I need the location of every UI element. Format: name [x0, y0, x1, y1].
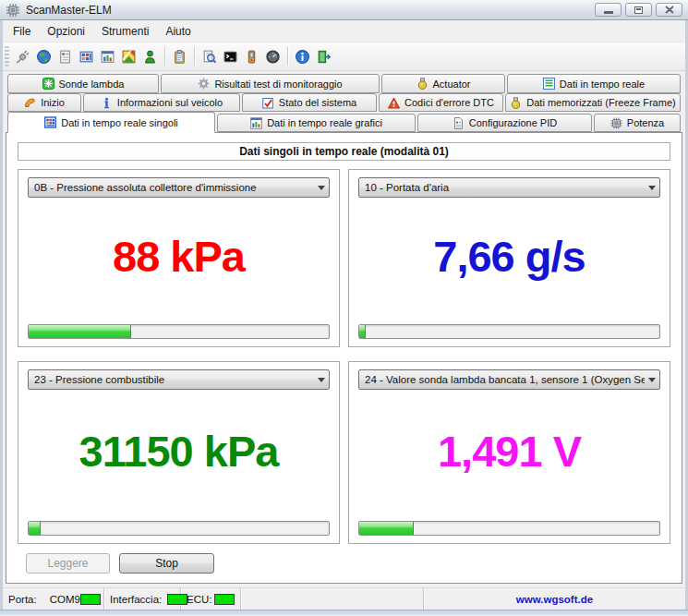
- toolbar: [3, 42, 685, 71]
- pid-select-2-value: 10 - Portata d'aria: [365, 182, 645, 193]
- menu-opzioni[interactable]: Opzioni: [39, 22, 93, 41]
- connect-icon: [15, 49, 30, 65]
- title-bar: ScanMaster-ELM: [0, 0, 688, 20]
- chevron-down-icon[interactable]: [314, 186, 329, 190]
- tab-dati-tempo-reale-singoli[interactable]: Dati in tempo reale singoli: [7, 112, 215, 133]
- tab-label: Potenza: [627, 117, 664, 128]
- tab-dati-tempo-reale[interactable]: Dati in tempo reale: [507, 74, 681, 93]
- connect-button[interactable]: [12, 45, 33, 67]
- read-button[interactable]: Leggere: [26, 553, 110, 574]
- clipboard-button[interactable]: [169, 45, 190, 67]
- clipboard-icon: [172, 49, 187, 65]
- user-button[interactable]: [139, 45, 161, 67]
- wgsoft-link[interactable]: www.wgsoft.de: [516, 594, 593, 605]
- tab-label: Dati in tempo reale: [560, 79, 645, 90]
- tab-label: Codici d'errore DTC: [404, 97, 494, 108]
- porta-label: Porta:: [8, 594, 37, 605]
- gear-icon: [198, 78, 210, 90]
- exit-button[interactable]: [313, 45, 334, 67]
- menu-bar: File Opzioni Strumenti Aiuto: [3, 20, 685, 42]
- chevron-down-icon[interactable]: [645, 378, 659, 382]
- pid-value-3: 31150 kPa: [18, 393, 339, 508]
- tab-codici-errore-dtc[interactable]: Codici d'errore DTC: [379, 93, 503, 112]
- system-status-icon: [262, 97, 274, 109]
- window-title: ScanMaster-ELM: [26, 4, 112, 17]
- toolbar-grip[interactable]: [5, 46, 9, 66]
- gauge-button[interactable]: [262, 45, 284, 67]
- globe-icon: [36, 49, 52, 65]
- search-document-button[interactable]: [199, 45, 220, 67]
- pid-panel-3: 23 - Pressione combustibile 31150 kPa: [18, 361, 340, 544]
- app-window: ScanMaster-ELM File Opzioni Strumenti Ai…: [0, 0, 688, 616]
- ecu-label: ECU:: [187, 594, 211, 605]
- vehicle-info-icon: [101, 97, 113, 109]
- pid-select-3[interactable]: 23 - Pressione combustibile: [28, 369, 330, 390]
- pid-select-4[interactable]: 24 - Valore sonda lambda bancata 1, sens…: [358, 369, 660, 390]
- pid-panel-2: 10 - Portata d'aria 7,66 g/s: [348, 169, 670, 347]
- tab-page-dati-singoli: Dati singoli in tempo reale (modalità 01…: [6, 132, 682, 584]
- status-empty-section: [241, 588, 424, 610]
- tab-label: Actuator: [433, 79, 471, 90]
- interface-device-icon: [244, 49, 260, 65]
- pid-select-1[interactable]: 0B - Pressione assoluta collettore d'imm…: [28, 177, 330, 198]
- interface-device-button[interactable]: [241, 45, 262, 67]
- info-button[interactable]: [292, 45, 313, 67]
- stop-button[interactable]: Stop: [119, 553, 214, 574]
- status-porta: Porta: COM9: [3, 588, 104, 610]
- toolbar-separator: [287, 47, 288, 66]
- tab-risultati-test[interactable]: Risultati test di monitoraggio: [161, 74, 380, 93]
- pid-select-2[interactable]: 10 - Portata d'aria: [358, 177, 660, 198]
- chip-icon: [610, 117, 622, 129]
- pid-progressbar-1: [28, 324, 330, 339]
- page-title: Dati singoli in tempo reale (modalità 01…: [18, 142, 670, 161]
- interfaccia-label: Interfaccia:: [110, 594, 162, 605]
- realtime-list-icon: [543, 78, 555, 90]
- tab-inizio[interactable]: Inizio: [7, 93, 81, 112]
- tab-row-2: Inizio Informazioni sul veicolo Stato de…: [7, 93, 682, 112]
- restore-button[interactable]: [625, 3, 652, 17]
- tab-informazioni-veicolo[interactable]: Informazioni sul veicolo: [83, 93, 240, 112]
- restore-icon: [634, 6, 643, 14]
- minimize-button[interactable]: [595, 3, 622, 17]
- status-ecu: ECU:: [181, 588, 241, 610]
- terminal-button[interactable]: [220, 45, 241, 67]
- pid-progressbar-2: [358, 324, 660, 339]
- tab-configurazione-pid[interactable]: Configurazione PID: [417, 114, 592, 132]
- tab-dati-memorizzati[interactable]: Dati memorizzati (Freeze Frame): [505, 93, 681, 112]
- report-icon: [57, 49, 73, 65]
- grid-data-button[interactable]: [76, 45, 97, 67]
- lambda-sensor-icon: [42, 78, 54, 90]
- tab-actuator[interactable]: Actuator: [381, 74, 505, 93]
- tab-stato-sistema[interactable]: Stato del sistema: [242, 93, 377, 112]
- pid-panel-4: 24 - Valore sonda lambda bancata 1, sens…: [348, 361, 670, 544]
- graph-image-button[interactable]: [118, 45, 139, 67]
- tab-sonde-lambda[interactable]: Sonde lambda: [7, 74, 159, 93]
- web-button[interactable]: [33, 45, 54, 67]
- menu-file[interactable]: File: [5, 22, 39, 41]
- actuator-icon: [416, 78, 428, 90]
- menu-strumenti[interactable]: Strumenti: [93, 22, 157, 41]
- chart-window-icon: [100, 49, 115, 65]
- minimize-icon: [604, 11, 613, 14]
- pid-progress-fill-4: [359, 522, 414, 535]
- pid-progressbar-4: [358, 521, 660, 536]
- chart-window-button[interactable]: [97, 45, 118, 67]
- chevron-down-icon[interactable]: [314, 378, 329, 382]
- dtc-warning-icon: [388, 97, 400, 109]
- report-button[interactable]: [54, 45, 76, 67]
- tab-potenza[interactable]: Potenza: [594, 114, 681, 132]
- pid-value-1: 88 kPa: [18, 201, 339, 311]
- info-icon: [295, 49, 310, 65]
- menu-aiuto[interactable]: Aiuto: [157, 22, 199, 41]
- bars-chart-icon: [250, 117, 262, 129]
- action-buttons: Leggere Stop: [26, 553, 214, 574]
- close-icon: [665, 6, 674, 14]
- tab-label: Sonde lambda: [59, 79, 125, 90]
- pid-panel-grid: 0B - Pressione assoluta collettore d'imm…: [18, 169, 670, 544]
- close-button[interactable]: [656, 3, 682, 17]
- tab-row-3: Dati in tempo reale singoli Dati in temp…: [7, 112, 682, 132]
- tab-label: Dati memorizzati (Freeze Frame): [526, 97, 675, 108]
- tab-dati-tempo-reale-grafici[interactable]: Dati in tempo reale grafici: [217, 114, 416, 132]
- tab-label: Stato del sistema: [279, 97, 356, 108]
- chevron-down-icon[interactable]: [645, 186, 659, 190]
